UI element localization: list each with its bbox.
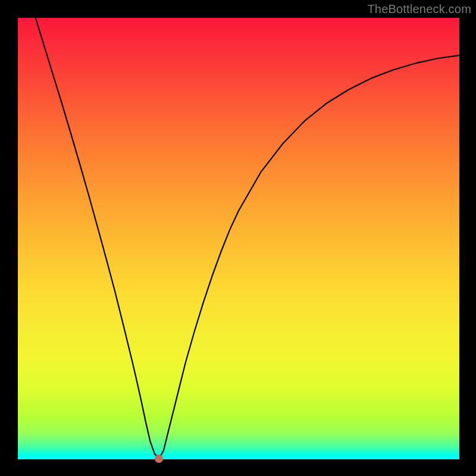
bottleneck-curve bbox=[18, 18, 459, 459]
chart-frame: TheBottleneck.com bbox=[0, 0, 476, 476]
watermark-text: TheBottleneck.com bbox=[367, 2, 471, 16]
plot-area bbox=[18, 18, 459, 459]
optimal-point-marker bbox=[155, 455, 163, 463]
